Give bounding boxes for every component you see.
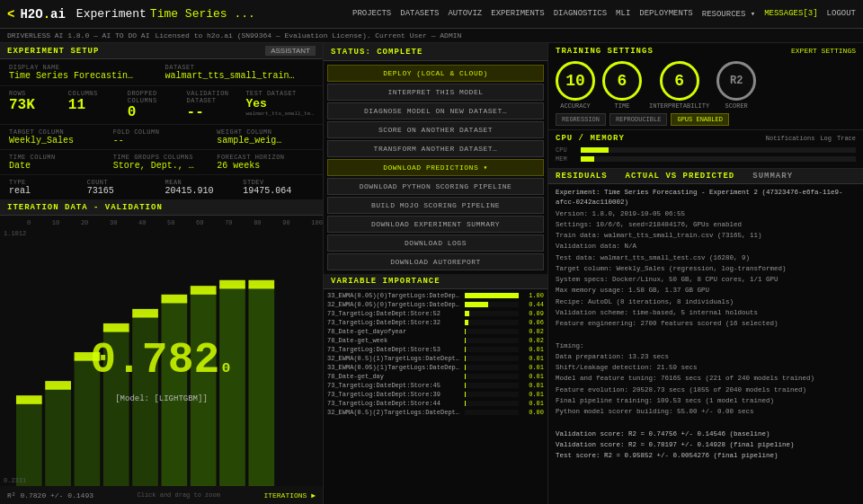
transform-button[interactable]: TRANSFORM ANOTHER DATASET…: [327, 140, 544, 157]
dataset-value: walmart_tts_small_train…: [165, 71, 315, 81]
time-groups-value: Store, Dept., …: [113, 161, 210, 171]
mean-label: MEAN: [165, 179, 236, 186]
interpretability-circle[interactable]: 6: [660, 61, 699, 101]
nav-projects[interactable]: PROJECTS: [352, 9, 391, 19]
residuals-line: Target column: Weekly_Sales (regression,…: [556, 264, 856, 274]
var-name: 32_EWMA(0.05)(0)TargetLogs:DateDept:Stor…: [327, 301, 461, 308]
nav-logout[interactable]: LOGOUT: [827, 9, 856, 19]
variable-importance-item: 73_TargetLog:DateDept:Store:53 0.01: [324, 345, 547, 354]
deploy-button[interactable]: DEPLOY (LOCAL & CLOUD): [327, 65, 544, 82]
residuals-line: [556, 418, 856, 428]
target-field: TARGET COLUMN Weekly_Sales: [5, 127, 110, 147]
residuals-line: Validation data: N/A: [556, 242, 856, 252]
residuals-line: Validation score: R2 = 0.74756 +/- 0.145…: [556, 429, 856, 439]
trace-link[interactable]: Trace: [837, 135, 856, 142]
var-name: 78_Date-get_dayofyear: [327, 328, 461, 335]
diagnose-button[interactable]: DIAGNOSE MODEL ON NEW DATASET…: [327, 102, 544, 119]
columns-label: COLUMNS: [68, 90, 120, 97]
download-logs-button[interactable]: DOWNLOAD LOGS: [327, 234, 544, 252]
test-sub: walmart_tts_small_te…: [245, 111, 314, 117]
variable-importance-item: 32_EWMA(0.5)(1)TargetLogs:DateDept:Store…: [324, 354, 547, 363]
nav-deployments[interactable]: DEPLOYMENTS: [639, 9, 692, 19]
residuals-line: Shift/Leakage detection: 21.59 secs: [556, 363, 856, 373]
nav-autoviz[interactable]: AUTOVIZ: [448, 9, 482, 19]
chart-area[interactable]: 0102030405060708090100: [0, 216, 323, 504]
download-autoreport-button[interactable]: DOWNLOAD AUTOREPORT: [327, 253, 544, 270]
nav-messages[interactable]: MESSAGES[3]: [764, 9, 817, 19]
chart-score: R² 0.7820 +/- 0.1493: [7, 491, 93, 500]
var-name: 78_Date-get_week: [327, 337, 461, 344]
fold-value: --: [113, 136, 210, 146]
residuals-section: RESIDUALS ACTUAL VS PREDICTED SUMMARY Ex…: [548, 169, 863, 504]
actual-vs-predicted-tab[interactable]: ACTUAL VS PREDICTED: [626, 172, 735, 181]
variable-importance-item: 78_Date-get_day 0.01: [324, 372, 547, 381]
variable-importance-section: VARIABLE IMPORTANCE 33_EWMA(0.05)(0)Targ…: [324, 274, 547, 504]
type-field: TYPE real: [5, 177, 84, 198]
build-mojo-button[interactable]: BUILD MOJO SCORING PIPELINE: [327, 197, 544, 214]
notifications-link[interactable]: Notifications: [766, 135, 815, 142]
count-label: COUNT: [87, 179, 158, 186]
fold-label: FOLD COLUMN: [113, 128, 210, 136]
nav-datasets[interactable]: DATASETS: [400, 9, 439, 19]
nav-experiments[interactable]: EXPERIMENTS: [491, 9, 544, 19]
summary-tab[interactable]: SUMMARY: [752, 172, 793, 181]
expert-settings-link[interactable]: EXPERT SETTINGS: [791, 47, 856, 56]
var-name: 73_TargetLog:DateDept:Store:53: [327, 346, 461, 353]
sub-header: DRIVERLESS AI 1.8.0 — AI TO DO AI Licens…: [0, 29, 863, 43]
training-header: TRAINING SETTINGS EXPERT SETTINGS: [556, 47, 856, 56]
svg-rect-1: [45, 387, 71, 502]
svg-rect-14: [162, 295, 188, 304]
type-value: real: [9, 186, 80, 196]
interpret-button[interactable]: INTERPRET THIS MODEL: [327, 84, 544, 101]
var-bar-container: [465, 320, 519, 325]
download-python-button[interactable]: DOWNLOAD PYTHON SCORING PIPELINE: [327, 178, 544, 195]
top-navigation: < H2O.ai Experiment Time Series ... PROJ…: [0, 0, 863, 29]
weight-field: WEIGHT COLUMN sample_weig…: [213, 127, 317, 147]
chart-big-number: 0.782₀: [90, 336, 232, 385]
chart-iterations[interactable]: ITERATIONS ▶: [263, 491, 316, 500]
var-value: 0.44: [522, 301, 544, 308]
var-bar: [465, 302, 488, 307]
var-bar: [465, 383, 466, 388]
action-buttons: DEPLOY (LOCAL & CLOUD) INTERPRET THIS MO…: [324, 61, 547, 274]
cpu-links: Notifications Log Trace: [766, 135, 856, 142]
scorer-circle[interactable]: R2: [716, 61, 756, 101]
download-predictions-button[interactable]: DOWNLOAD PREDICTIONS ▾: [327, 159, 544, 176]
download-summary-button[interactable]: DOWNLOAD EXPERIMENT SUMMARY: [327, 216, 544, 233]
chart-hint: Click and drag to zoom: [137, 491, 219, 499]
residuals-line: Max memory usage: 1.58 GB, 1.37 GB GPU: [556, 286, 856, 296]
experiment-setup-header: EXPERIMENT SETUP ASSISTANT: [0, 43, 323, 59]
cpu-row: CPU: [556, 146, 856, 154]
assistant-button[interactable]: ASSISTANT: [265, 46, 316, 56]
time-circle[interactable]: 6: [602, 61, 642, 101]
interpretability-label: INTERPRETABILITY: [649, 102, 709, 110]
regression-badge[interactable]: REGRESSION: [556, 113, 606, 126]
columns-value: 11: [68, 97, 120, 113]
cpu-header: CPU / MEMORY Notifications Log Trace: [556, 134, 856, 143]
nav-resources[interactable]: RESOURCES ▾: [702, 9, 755, 19]
svg-rect-12: [103, 323, 129, 332]
nav-diagnostics[interactable]: DIAGNOSTICS: [554, 9, 607, 19]
back-chevron[interactable]: <: [7, 7, 14, 22]
knobs-row: 10 ACCURACY 6 TIME 6 INTERPRETABILITY R2…: [556, 61, 856, 110]
var-bar-container: [465, 365, 519, 370]
stdev-label: STDEV: [243, 179, 314, 186]
gpus-badge[interactable]: GPUS ENABLED: [671, 113, 728, 126]
nav-mli[interactable]: MLI: [616, 9, 630, 19]
var-bar-container: [465, 383, 519, 388]
forecast-value: 26 weeks: [217, 161, 314, 171]
var-bar-container: [465, 356, 519, 361]
svg-rect-10: [45, 381, 71, 390]
fold-field: FOLD COLUMN --: [110, 127, 214, 147]
score-button[interactable]: SCORE ON ANOTHER DATASET: [327, 121, 544, 138]
right-panel: TRAINING SETTINGS EXPERT SETTINGS 10 ACC…: [548, 43, 863, 504]
reproducible-badge[interactable]: REPRODUCIBLE: [609, 113, 667, 126]
var-bar-container: [465, 401, 519, 406]
accuracy-circle[interactable]: 10: [556, 61, 595, 101]
rows-row: ROWS 73K COLUMNS 11 DROPPED COLUMNS 0 VA…: [0, 86, 323, 125]
log-link[interactable]: Log: [820, 135, 832, 142]
var-name: 73_TargetLog:DateDept:Store:44: [327, 400, 461, 407]
time-field: TIME COLUMN Date: [5, 152, 110, 172]
svg-rect-7: [219, 286, 245, 502]
residuals-line: System specs: Docker/Linux, 50 GB, 8 CPU…: [556, 275, 856, 285]
